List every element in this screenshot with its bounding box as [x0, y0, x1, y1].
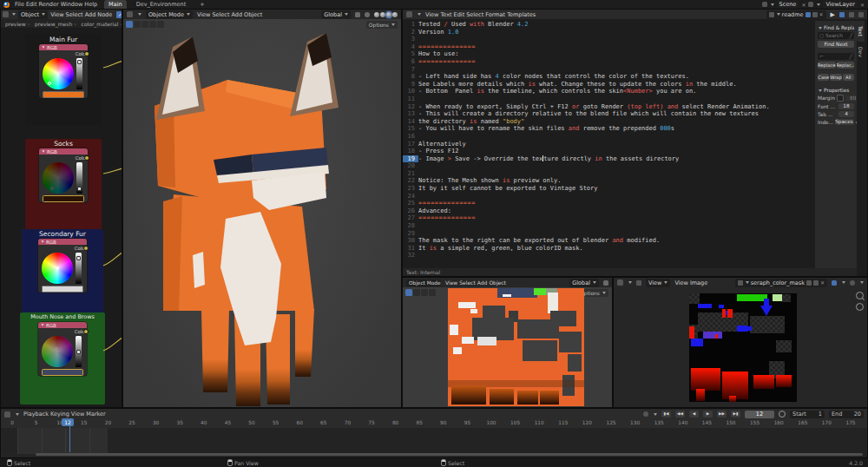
- replace-input[interactable]: ⌐╱: [818, 53, 854, 60]
- code-line[interactable]: 12- When ready to export, Simply Ctrl + …: [403, 103, 815, 111]
- menu-item-file[interactable]: File: [15, 1, 24, 8]
- indent-dropdown[interactable]: Spaces ⌄: [835, 119, 854, 125]
- code-line[interactable]: 13- This will create a directory relativ…: [403, 110, 815, 118]
- replace-all-button[interactable]: Replac...: [837, 62, 855, 69]
- image-datablock-selector[interactable]: seraph_color_mask ✕: [735, 279, 827, 287]
- code-line[interactable]: 21: [403, 170, 815, 178]
- play-button[interactable]: ▶: [703, 411, 713, 418]
- color-swatch[interactable]: [43, 195, 84, 202]
- rotate-tool[interactable]: [149, 21, 156, 28]
- menu-item-add[interactable]: Add: [85, 11, 96, 18]
- editor-type-chevron-icon[interactable]: [12, 13, 16, 16]
- menu-item-marker[interactable]: Marker: [86, 411, 105, 418]
- viewlayer-unlink-icon[interactable]: ✕: [860, 2, 865, 8]
- sync-chevron-icon[interactable]: [654, 413, 657, 416]
- channels-chevron-icon[interactable]: [842, 281, 845, 284]
- code-line[interactable]: 2Version 1.0: [403, 29, 815, 36]
- menu-item-keying[interactable]: Keying: [50, 411, 69, 418]
- playhead[interactable]: 12: [69, 419, 70, 452]
- scene-selector[interactable]: Scene: [777, 0, 799, 9]
- tab-width-value[interactable]: 4: [838, 111, 854, 117]
- code-line[interactable]: 30The mask to the right can be exported …: [403, 237, 815, 245]
- menu-item-format[interactable]: Format: [485, 11, 505, 18]
- menu-item-add[interactable]: Add: [231, 11, 242, 18]
- collapse-chevron-icon[interactable]: [42, 46, 44, 48]
- pan-tool-icon[interactable]: [856, 303, 864, 311]
- rotate-tool[interactable]: [429, 289, 436, 296]
- color-swatch[interactable]: [42, 369, 83, 376]
- code-line[interactable]: 6==============: [403, 58, 815, 66]
- shield-icon[interactable]: [806, 280, 812, 286]
- node-frame-secondary-fur[interactable]: Secondary Fur RGB Color: [22, 229, 103, 319]
- rgb-node-mouth[interactable]: RGB Color: [38, 322, 87, 376]
- menu-item-select[interactable]: Select: [459, 280, 476, 286]
- image-editor[interactable]: View ViewImage seraph_color_mask ✕: [613, 277, 868, 408]
- menu-item-render[interactable]: Render: [38, 1, 58, 8]
- code-line[interactable]: 16: [403, 133, 815, 141]
- code-line[interactable]: 11: [403, 95, 815, 103]
- display-chevron-icon[interactable]: [860, 281, 864, 284]
- menu-item-view[interactable]: View: [71, 411, 84, 418]
- pin-icon[interactable]: [636, 280, 641, 286]
- menu-item-object[interactable]: Object: [489, 280, 506, 286]
- code-line[interactable]: 18- Press F12: [403, 148, 815, 155]
- channels-icon[interactable]: [832, 280, 837, 286]
- use-nodes-checkbox[interactable]: ✓: [116, 11, 122, 18]
- workspace-tab-dev-environment[interactable]: Dev_Environment: [132, 0, 191, 9]
- play-reverse-button[interactable]: ◀: [689, 411, 699, 418]
- orientation-dropdown[interactable]: Global: [569, 279, 599, 287]
- color-output-socket[interactable]: [83, 246, 89, 251]
- mode-dropdown[interactable]: Object Mode: [406, 280, 441, 286]
- menu-item-wrap[interactable]: Wrap: [830, 74, 841, 81]
- code-line[interactable]: 9See Labels more details which is what. …: [403, 81, 815, 89]
- menu-item-templates[interactable]: Templates: [507, 11, 536, 18]
- image-editor-type-icon[interactable]: [617, 280, 623, 286]
- code-line[interactable]: 14the directory is named "body": [403, 118, 815, 126]
- viewport-options-dropdown[interactable]: Options: [366, 21, 398, 29]
- code-line[interactable]: 19- Image > Save -> Override the texture…: [403, 155, 815, 163]
- orientation-dropdown[interactable]: Global: [321, 10, 351, 19]
- code-line[interactable]: 32: [403, 252, 815, 260]
- viewport-3d[interactable]: Object Mode ViewSelectAddObject Global O…: [122, 9, 402, 408]
- menu-item-select[interactable]: Select: [466, 11, 483, 18]
- font-size-value[interactable]: 18: [838, 103, 854, 109]
- properties-panel-header[interactable]: Properties: [818, 88, 854, 93]
- editor-type-chevron-icon[interactable]: [628, 281, 632, 284]
- text-datablock-selector[interactable]: readme ✕: [766, 10, 826, 19]
- code-line[interactable]: 8- Left hand side has 4 color nodes that…: [403, 73, 815, 81]
- image-mode-dropdown[interactable]: View: [646, 279, 670, 287]
- new-text-icon[interactable]: [812, 12, 818, 17]
- timeline-ruler[interactable]: 0510152025303540455055606570758085909510…: [1, 419, 868, 428]
- auto-keying-clock-icon[interactable]: [779, 411, 786, 418]
- find-next-button[interactable]: Find Next: [818, 41, 854, 48]
- node-frame-main-fur[interactable]: Main Fur RGB Color: [25, 35, 102, 125]
- zoom-tool-icon[interactable]: [856, 292, 864, 299]
- code-line[interactable]: 20: [403, 162, 815, 170]
- code-line[interactable]: 5How to use:: [403, 50, 815, 58]
- text-editor-type-icon[interactable]: [406, 11, 412, 17]
- display-sphere-icon[interactable]: [850, 280, 855, 286]
- unlink-image-icon[interactable]: ✕: [820, 280, 825, 286]
- workspace-add-button[interactable]: +: [195, 0, 208, 9]
- fake-user-icon[interactable]: [806, 12, 811, 17]
- move-tool[interactable]: [421, 289, 428, 296]
- node-frame-mouth-nose-brows[interactable]: Mouth Nose and Brows RGB Color: [20, 312, 105, 405]
- color-output-socket[interactable]: [84, 155, 89, 161]
- menu-item-view[interactable]: View: [445, 280, 457, 286]
- frame-start-field[interactable]: Start1: [790, 411, 825, 418]
- cursor-tool[interactable]: [134, 21, 141, 28]
- menu-item-select[interactable]: Select: [66, 11, 83, 18]
- rgb-node-socks[interactable]: RGB Color: [39, 148, 88, 202]
- viewport-editor-type-icon[interactable]: [127, 11, 133, 17]
- editor-type-chevron-icon[interactable]: [418, 13, 421, 16]
- code-line[interactable]: 3: [403, 36, 815, 43]
- replace-button[interactable]: Replace: [818, 62, 836, 69]
- value-slider[interactable]: [76, 336, 82, 367]
- code-line[interactable]: 4==============: [403, 43, 815, 51]
- color-output-socket[interactable]: [83, 329, 89, 334]
- code-line[interactable]: 26Advanced:: [403, 207, 815, 215]
- line-numbers-icon[interactable]: [849, 12, 854, 17]
- color-swatch[interactable]: [42, 286, 83, 293]
- word-wrap-icon[interactable]: [858, 12, 864, 17]
- code-line[interactable]: 10- Bottom Panel is the timeline, which …: [403, 88, 815, 95]
